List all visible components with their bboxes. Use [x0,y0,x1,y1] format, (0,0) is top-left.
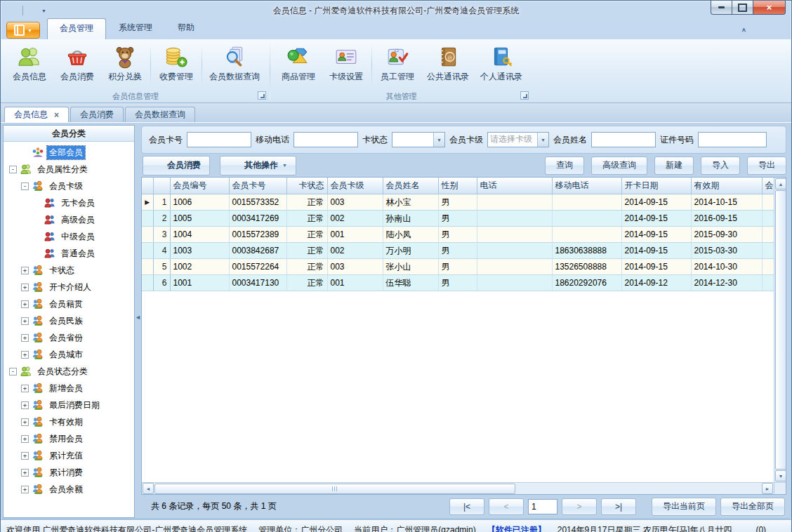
scroll-left-icon[interactable]: ◄ [143,483,154,494]
grid-cell[interactable] [477,243,552,259]
grid-cell[interactable]: 2015-09-30 [691,227,762,243]
dialog-launcher-icon[interactable] [520,91,529,100]
tree-item[interactable]: +开卡介绍人 [4,279,134,295]
grid-cell[interactable] [477,275,552,291]
grid-cell[interactable] [552,211,621,227]
grid-cell[interactable]: 13526508888 [552,259,621,275]
column-header-rownum[interactable] [153,178,170,194]
close-tab-icon[interactable]: × [54,111,59,119]
grid-cell[interactable]: 张小山 [383,259,438,275]
column-header-phone[interactable]: 电话 [477,178,552,194]
member-consume-button[interactable]: 会员消费 [143,156,210,175]
grid-cell[interactable] [477,259,552,275]
grid-cell[interactable]: 林小宝 [383,194,438,211]
grid-cell[interactable]: 男 [438,275,477,291]
grid-cell[interactable]: 正常 [286,275,327,291]
collapse-icon[interactable]: - [9,166,17,173]
column-header-open_date[interactable]: 开卡日期 [621,178,691,194]
column-header-card_level[interactable]: 会员卡级 [327,178,383,194]
grid-cell[interactable] [762,194,774,211]
chevron-down-icon[interactable]: ▼ [41,8,46,13]
first-page-button[interactable]: |< [449,498,484,515]
tree-item[interactable]: -会员卡级 [4,178,134,194]
grid-cell[interactable]: 1006 [170,194,229,211]
tree-item[interactable]: +最后消费日期 [4,397,134,413]
expand-icon[interactable]: + [21,418,29,426]
collapse-sidebar-icon[interactable]: ◄ [135,314,141,321]
grid-cell[interactable]: 1002 [170,259,229,275]
ribbon-button-members[interactable]: 会员信息 [6,42,53,90]
tree-item[interactable]: +新增会员 [4,380,134,397]
dropdown-arrow-icon[interactable]: ▼ [433,133,444,147]
grid-cell[interactable]: 2014-09-15 [621,211,691,227]
ribbon-tab-help[interactable]: 帮助 [165,18,207,39]
category-settings-icon[interactable] [119,128,131,139]
tree-item[interactable]: 普通会员 [4,245,134,262]
column-header-member_no[interactable]: 会员编号 [170,178,229,194]
grid-cell[interactable]: 正常 [286,194,327,211]
tree-item[interactable]: +会员省份 [4,329,134,346]
tree-item[interactable]: +累计消费 [4,464,134,481]
grid-cell[interactable]: 万小明 [383,243,438,259]
table-row[interactable]: ▶110060015573352正常003林小宝男2014-09-152014-… [142,194,774,211]
grid-cell[interactable]: 0015573352 [229,194,286,211]
grid-cell[interactable]: 2014-10-15 [691,194,762,211]
grid-cell[interactable]: 正常 [286,259,327,275]
table-row[interactable]: 310040015572389正常001陆小凤男2014-09-152015-0… [142,227,774,243]
page-number-input[interactable] [528,499,557,514]
grid-cell[interactable]: 1003 [170,243,229,259]
ribbon-button-coins[interactable]: 收费管理 [152,42,200,90]
card-status-select[interactable]: ▼ [392,132,445,147]
tree-item[interactable]: +禁用会员 [4,430,134,447]
grid-cell[interactable]: 正常 [286,211,327,227]
ribbon-button-teddy[interactable]: 积分兑换 [101,42,149,90]
grid-cell[interactable]: 陆小凤 [383,227,438,243]
grid-cell[interactable] [762,243,774,259]
expand-icon[interactable]: + [21,284,29,291]
grid-cell[interactable]: 2014-09-15 [621,259,691,275]
grid-cell[interactable]: 2014-12-30 [691,275,762,291]
grid-cell[interactable]: 2015-03-30 [691,243,762,259]
ribbon-button-public-contacts[interactable]: @公共通讯录 [421,42,475,90]
expand-icon[interactable]: + [21,267,29,274]
grid-cell[interactable]: 男 [438,211,477,227]
collapse-icon[interactable]: - [9,368,17,375]
expand-icon[interactable]: + [21,317,29,325]
grid-cell[interactable] [552,194,621,211]
tree-item[interactable]: +卡有效期 [4,413,134,430]
grid-cell[interactable]: 003 [327,259,383,275]
grid-cell[interactable]: 孙南山 [383,211,438,227]
table-row[interactable]: 410030003842687正常002万小明男186306388882014-… [142,243,774,259]
expand-icon[interactable]: + [21,452,29,460]
advanced-query-button[interactable]: 高级查询 [591,157,647,175]
app-member-icon[interactable] [6,5,18,16]
grid-cell[interactable]: 男 [438,227,477,243]
expand-icon[interactable]: + [21,300,29,308]
expand-icon[interactable]: + [21,385,29,392]
sidebar-splitter[interactable]: ◄ [135,125,141,518]
grid-cell[interactable]: 1005 [170,211,229,227]
member-name-input[interactable] [591,132,656,147]
grid-cell[interactable] [762,259,774,275]
column-header-member_extra[interactable]: 会员 [762,178,774,194]
collapse-ribbon-icon[interactable]: ∧ [741,27,746,33]
grid-cell[interactable]: 18620292076 [552,275,621,291]
grid-cell[interactable]: 2014-09-15 [621,194,691,211]
info-icon[interactable] [755,24,766,35]
table-row[interactable]: 210050003417269正常002孙南山男2014-09-152016-0… [142,211,774,227]
vertical-scrollbar[interactable]: ▲ ▼ [774,178,786,482]
expand-icon[interactable]: + [21,435,29,443]
scroll-down-icon[interactable]: ▼ [775,470,786,481]
grid-cell[interactable] [477,227,552,243]
column-header-card_no[interactable]: 会员卡号 [229,178,286,194]
collapse-icon[interactable]: - [21,182,29,190]
ribbon-tab-member-management[interactable]: 会员管理 [47,18,106,39]
grid-cell[interactable]: 002 [327,243,383,259]
grid-cell[interactable]: 001 [327,275,383,291]
tree-item[interactable]: 无卡会员 [4,194,134,211]
grid-cell[interactable] [762,275,774,291]
id-number-input[interactable] [698,132,767,147]
grid-cell[interactable]: 003 [327,194,383,211]
tree-item[interactable]: 中级会员 [4,228,134,245]
column-header-valid_date[interactable]: 有效期 [691,178,762,194]
